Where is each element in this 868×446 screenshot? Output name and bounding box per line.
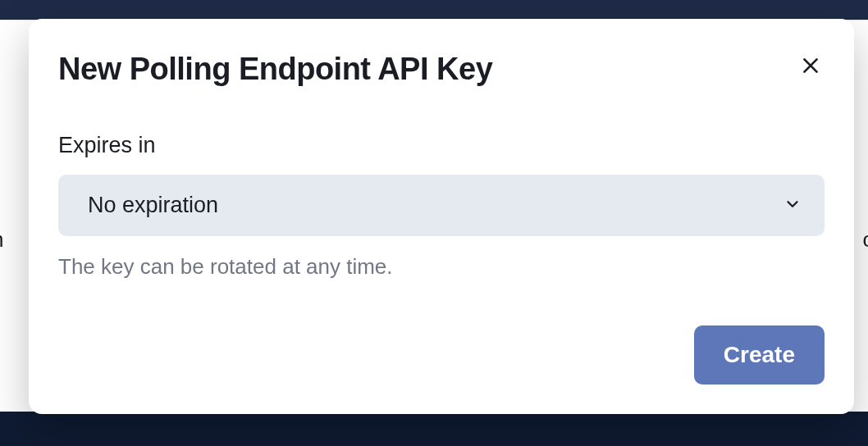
close-button[interactable] [797, 52, 825, 82]
expires-select[interactable]: No expiration [58, 175, 825, 236]
expires-label: Expires in [58, 133, 825, 158]
new-api-key-modal: New Polling Endpoint API Key Expires in … [29, 19, 854, 414]
expires-select-wrap: No expiration [58, 175, 825, 236]
expires-field-group: Expires in No expiration The key can be … [58, 133, 825, 280]
create-button[interactable]: Create [694, 325, 825, 385]
modal-header: New Polling Endpoint API Key [58, 52, 825, 87]
expires-helper-text: The key can be rotated at any time. [58, 254, 825, 280]
close-icon [800, 55, 821, 79]
modal-footer: Create [58, 325, 825, 385]
modal-title: New Polling Endpoint API Key [58, 52, 492, 87]
backdrop-bottom-strip [0, 412, 868, 446]
expires-select-value: No expiration [88, 193, 218, 218]
